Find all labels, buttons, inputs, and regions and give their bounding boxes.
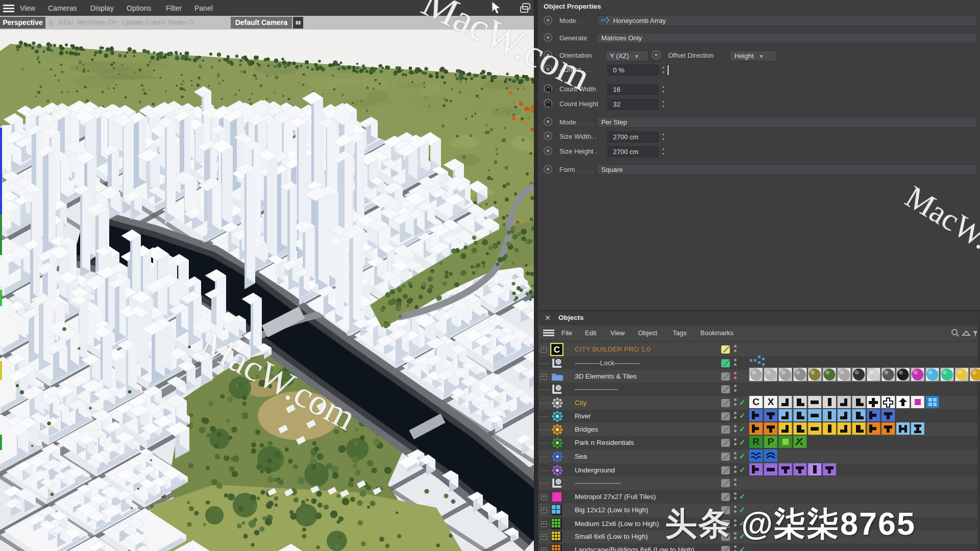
svg-text:X: X bbox=[768, 396, 774, 407]
svg-text:C: C bbox=[554, 345, 560, 355]
svg-text:R: R bbox=[752, 436, 760, 447]
svg-text:P: P bbox=[768, 436, 774, 447]
svg-text:C: C bbox=[752, 396, 760, 407]
